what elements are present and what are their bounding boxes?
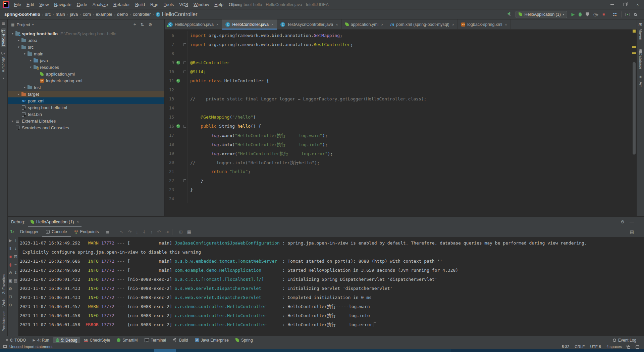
minimize-button[interactable] <box>606 0 619 9</box>
breadcrumb-item[interactable]: controller <box>132 12 152 17</box>
toolwindow-bar-smartim[interactable]: SmartIM <box>114 337 141 343</box>
menu-build[interactable]: Build <box>132 0 148 9</box>
scroll-to-end-icon[interactable]: ↧ <box>14 271 17 275</box>
resume-icon[interactable]: ▶ <box>9 238 12 243</box>
search-everywhere-icon[interactable] <box>634 13 637 16</box>
menu-analyze[interactable]: Analyze <box>90 0 111 9</box>
run-anything-icon[interactable] <box>626 13 630 16</box>
editor-tab[interactable]: CTestAsycnController.java× <box>277 19 341 29</box>
menu-navigate[interactable]: Navigate <box>51 0 74 9</box>
drop-frame-icon[interactable]: ↶ <box>157 229 161 234</box>
profiler-button[interactable]: ◷▾ <box>593 12 598 17</box>
tree-row[interactable]: mpom.xml <box>8 97 164 104</box>
close-icon[interactable]: × <box>381 23 383 27</box>
breadcrumb-item[interactable]: com <box>82 12 92 17</box>
spring-bean-marker-icon[interactable] <box>174 79 182 83</box>
coverage-button[interactable] <box>586 12 589 16</box>
toolwindow-bar-6-todo[interactable]: ≡6: TODO <box>3 337 29 343</box>
menu-tools[interactable]: Tools <box>161 0 176 9</box>
toolwindow-toggle-icon[interactable] <box>3 345 7 348</box>
breadcrumb-item[interactable]: src <box>44 12 52 17</box>
debug-tab-console[interactable]: Console <box>42 227 71 237</box>
run-button[interactable]: ▶ <box>571 12 575 17</box>
chevron-collapsed-icon[interactable]: ▸ <box>16 92 21 96</box>
lock-icon[interactable] <box>627 346 630 349</box>
menu-vcs[interactable]: VCS <box>176 0 191 9</box>
editor-tab[interactable]: CHelloController.java× <box>222 19 277 29</box>
breadcrumb-class[interactable]: CHelloController <box>155 11 198 17</box>
pause-icon[interactable]: Ⅱ <box>9 247 11 251</box>
menu-refactor[interactable]: Refactor <box>111 0 132 9</box>
warning-marker[interactable] <box>632 46 636 48</box>
stop-button[interactable]: ■ <box>602 12 605 17</box>
toolwindow-button-web[interactable]: Web <box>2 299 6 306</box>
down-icon[interactable]: ↓ <box>15 247 17 251</box>
editor-tab[interactable]: mpom.xml (spring-boot-mysql)× <box>387 19 458 29</box>
gear-icon[interactable]: ⚙ <box>148 22 152 27</box>
toolwindow-bar-checkstyle[interactable]: CSCheckStyle <box>81 337 113 343</box>
debug-tab-endpoints[interactable]: Endpoints <box>71 227 103 237</box>
close-button[interactable]: × <box>631 0 644 9</box>
toolwindow-bar-terminal[interactable]: ›_Terminal <box>142 337 169 343</box>
spring-bean-marker-icon[interactable] <box>174 124 182 128</box>
tree-row[interactable]: ▸.idea <box>8 37 164 44</box>
chevron-collapsed-icon[interactable]: ▸ <box>29 59 33 62</box>
fold-marker[interactable] <box>182 58 187 67</box>
maximize-button[interactable] <box>619 0 631 9</box>
layout-icon[interactable]: ▦ <box>187 229 191 234</box>
toolwindow-bar-java-enterprise[interactable]: JJava Enterprise <box>192 337 232 343</box>
tree-row[interactable]: ▾src <box>8 44 164 50</box>
close-icon[interactable]: × <box>216 23 218 27</box>
restore-layout-icon[interactable]: ⊡ <box>14 255 17 259</box>
toolwindow-button-maven[interactable]: Maven <box>639 29 643 40</box>
toolwindow-button-persistence[interactable]: Persistence <box>2 311 6 332</box>
chevron-collapsed-icon[interactable]: ▸ <box>10 119 15 123</box>
tree-row[interactable]: ▸java <box>8 57 164 64</box>
locate-file-icon[interactable]: ⌖ <box>133 22 136 27</box>
taskbar-active-app[interactable] <box>154 349 176 352</box>
tree-row[interactable]: ▾spring-boot-helloE:\DemoSp\spring-boot-… <box>8 30 164 37</box>
close-icon[interactable]: × <box>505 23 507 27</box>
warning-marker[interactable] <box>632 52 636 54</box>
view-breakpoints-icon[interactable]: ◎ <box>9 263 12 267</box>
show-execution-point-icon[interactable]: ↖ <box>120 229 123 234</box>
caret-position[interactable]: 5:32 <box>562 344 569 349</box>
toolwindow-button-project[interactable]: 1: Project <box>1 28 6 47</box>
tree-row[interactable]: spring-boot-hello.iml <box>8 104 164 111</box>
settings-icon[interactable]: ⚙ <box>9 287 12 291</box>
toolwindow-button-database[interactable]: Database <box>639 53 643 69</box>
breadcrumb-item[interactable]: demo <box>116 12 129 17</box>
menu-code[interactable]: Code <box>74 0 90 9</box>
tree-row[interactable]: ▾main <box>8 50 164 57</box>
menu-view[interactable]: View <box>37 0 51 9</box>
step-over-icon[interactable]: ↷ <box>128 229 131 234</box>
up-icon[interactable]: ↑ <box>15 238 17 243</box>
gear-icon[interactable]: ⚙ <box>621 219 625 224</box>
toolwindow-button-ant[interactable]: Ant <box>639 82 643 87</box>
soft-wrap-icon[interactable]: ≈ <box>14 263 17 267</box>
menu-edit[interactable]: Edit <box>24 0 37 9</box>
structure-extra-icon[interactable]: ▪ <box>3 76 4 80</box>
fold-marker[interactable] <box>182 122 187 131</box>
print-icon[interactable]: ▤ <box>14 279 17 283</box>
debug-session-tab[interactable]: HelloApplication (1) × <box>28 217 82 227</box>
code-editor[interactable]: 6import org.springframework.web.bind.ann… <box>165 30 632 216</box>
mute-breakpoints-icon[interactable]: ⊘ <box>9 271 12 275</box>
close-icon[interactable]: × <box>336 23 338 27</box>
build-hammer-icon[interactable] <box>507 12 512 16</box>
file-warning-marker[interactable] <box>633 30 636 33</box>
menu-run[interactable]: Run <box>148 0 161 9</box>
toolwindow-bar-4-run[interactable]: ▶4: Run <box>30 337 52 343</box>
rerun-icon[interactable]: ↻ <box>8 229 16 234</box>
toolwindow-bar-spring[interactable]: Spring <box>232 337 256 343</box>
line-ending[interactable]: CRLF <box>575 344 585 349</box>
menu-window[interactable]: Window <box>191 0 212 9</box>
tree-row[interactable]: Scratches and Consoles <box>8 124 164 131</box>
chevron-down-icon[interactable]: ▾ <box>32 23 34 26</box>
close-icon[interactable]: × <box>271 23 273 27</box>
debug-hamburger[interactable]: ≣ <box>106 229 109 234</box>
tree-row[interactable]: ▸target <box>8 91 164 97</box>
tree-row[interactable]: application.yml <box>8 71 164 77</box>
breadcrumb-item[interactable]: java <box>69 12 79 17</box>
file-encoding[interactable]: UTF-8 <box>590 344 601 349</box>
